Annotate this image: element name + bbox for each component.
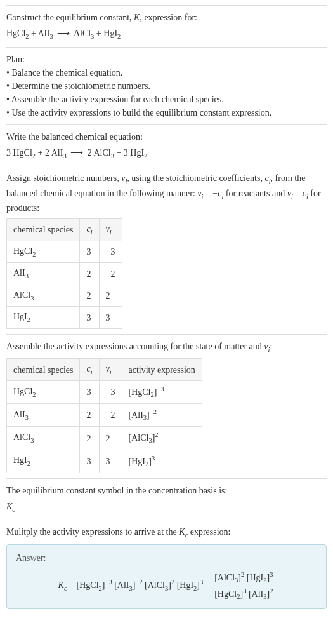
kc-symbol: Kc — [6, 500, 327, 515]
multiply-section: Mulitply the activity expressions to arr… — [6, 520, 327, 614]
assign-text: Assign stoichiometric numbers, νi, using… — [6, 171, 327, 215]
table-row: HgI2 3 3 — [7, 307, 122, 329]
answer-label: Answer: — [16, 551, 317, 565]
col-nui: νi — [99, 359, 122, 381]
balanced-equation: 3 HgCl2 + 2 AlI3 ⟶ 2 AlCl3 + 3 HgI2 — [6, 146, 327, 161]
kc-symbol-section: The equilibrium constant symbol in the c… — [6, 478, 327, 520]
intro-section: Construct the equilibrium constant, K, e… — [6, 5, 327, 47]
table-row: HgCl2 3 −3 [HgCl2]−3 — [7, 381, 202, 404]
kc-symbol-text: The equilibrium constant symbol in the c… — [6, 484, 327, 497]
plan-bullet: • Determine the stoichiometric numbers. — [6, 79, 327, 93]
activity-text: Assemble the activity expressions accoun… — [6, 340, 327, 355]
table-header-row: chemical species ci νi — [7, 219, 122, 241]
table-row: AlCl3 2 2 — [7, 285, 122, 307]
multiply-text: Mulitply the activity expressions to arr… — [6, 525, 327, 540]
activity-table: chemical species ci νi activity expressi… — [6, 358, 202, 473]
plan-bullet: • Balance the chemical equation. — [6, 66, 327, 79]
balanced-section: Write the balanced chemical equation: 3 … — [6, 124, 327, 166]
col-species: chemical species — [7, 359, 80, 381]
col-nui: νi — [99, 219, 122, 241]
table-row: HgCl2 3 −3 — [7, 241, 122, 263]
table-header-row: chemical species ci νi activity expressi… — [7, 359, 202, 381]
balanced-heading: Write the balanced chemical equation: — [6, 130, 327, 144]
plan-section: Plan: • Balance the chemical equation. •… — [6, 47, 327, 124]
unbalanced-equation: HgCl2 + AlI3 ⟶ AlCl3 + HgI2 — [6, 27, 327, 42]
activity-section: Assemble the activity expressions accoun… — [6, 334, 327, 478]
table-row: HgI2 3 3 [HgI2]3 — [7, 450, 202, 473]
col-ci: ci — [80, 359, 99, 381]
answer-equation: Kc = [HgCl2]−3 [AlI3]−2 [AlCl3]2 [HgI2]3… — [16, 570, 317, 602]
table-row: AlCl3 2 2 [AlCl3]2 — [7, 427, 202, 450]
plan-heading: Plan: — [6, 53, 327, 66]
col-activity: activity expression — [122, 359, 202, 381]
answer-box: Answer: Kc = [HgCl2]−3 [AlI3]−2 [AlCl3]2… — [6, 544, 327, 609]
table-row: AlI3 2 −2 — [7, 263, 122, 285]
assign-section: Assign stoichiometric numbers, νi, using… — [6, 166, 327, 334]
plan-bullet: • Assemble the activity expression for e… — [6, 93, 327, 106]
plan-bullet: • Use the activity expressions to build … — [6, 106, 327, 119]
stoich-table: chemical species ci νi HgCl2 3 −3 AlI3 2… — [6, 218, 122, 329]
table-row: AlI3 2 −2 [AlI3]−2 — [7, 404, 202, 427]
col-species: chemical species — [7, 219, 80, 241]
intro-text: Construct the equilibrium constant, K, e… — [6, 11, 327, 24]
col-ci: ci — [80, 219, 99, 241]
